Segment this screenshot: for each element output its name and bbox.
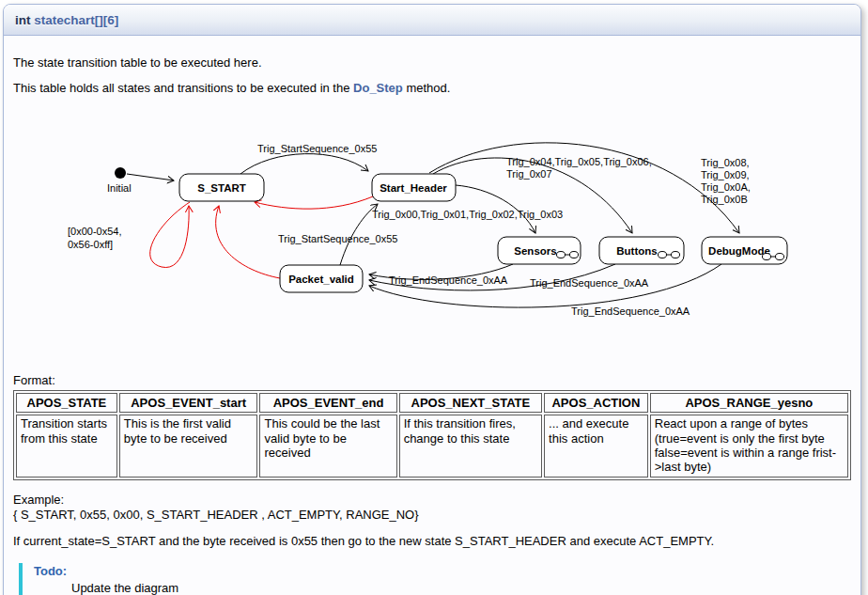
edge-start-header-to-s-start [255, 196, 373, 209]
edge-s-start-self-loop [150, 202, 190, 268]
svg-text:S_START: S_START [197, 182, 246, 194]
example-explanation: If current_state=S_START and the byte re… [13, 534, 851, 548]
svg-text:Sensors: Sensors [514, 245, 556, 257]
edge-label: Trig_0x00,Trig_0x01,Trig_0x02,Trig_0x03 [372, 209, 563, 220]
state-node-start-header: Start_Header [372, 174, 456, 201]
edge-label: Trig_StartSequence_0x55 [278, 233, 397, 244]
column-desc: React upon a range of bytes (true=event … [650, 415, 848, 477]
todo-text: Update the diagram [71, 581, 851, 595]
edge-label: Trig_EndSequence_0xAA [389, 274, 508, 286]
column-desc: Transition starts from this state [16, 415, 117, 477]
detail-text-after: method. [403, 81, 451, 95]
todo-block: Todo: Update the diagram [19, 563, 851, 595]
member-name-link[interactable]: statechart[][6] [34, 13, 118, 27]
detail-description: This table holds all states and transiti… [13, 81, 851, 95]
detail-text-before: This table holds all states and transiti… [13, 81, 353, 95]
initial-state-dot [115, 167, 126, 179]
member-documentation: int statechart[][6] The state transition… [3, 4, 861, 595]
statechart-diagram: Initial S_START Start_Header Sensors [6, 117, 851, 368]
edge-label: Trig_0x09, [701, 169, 750, 180]
brief-description: The state transition table to be execute… [13, 55, 851, 70]
edge-label: Trig_EndSequence_0xAA [530, 277, 649, 289]
column-header: APOS_STATE [16, 393, 117, 413]
edge-label: Trig_StartSequence_0x55 [257, 143, 377, 154]
format-table-header-row: APOS_STATE APOS_EVENT_start APOS_EVENT_e… [16, 393, 848, 413]
edge-label: [0x00-0x54, [68, 226, 121, 237]
edge-label: Trig_0x0A, [701, 181, 751, 193]
state-node-buttons: Buttons [599, 237, 684, 264]
column-desc: If this transition fires, change to this… [399, 415, 542, 477]
example-block: Example: { S_START, 0x55, 0x00, S_START_… [13, 493, 851, 524]
state-node-s-start: S_START [179, 174, 264, 201]
svg-text:DebugMode: DebugMode [708, 245, 770, 257]
column-header: APOS_EVENT_start [119, 393, 258, 413]
do-step-link[interactable]: Do_Step [353, 81, 403, 95]
format-label: Format: [13, 373, 851, 387]
edge-label: Trig_0x08, [701, 157, 750, 168]
member-title-bar: int statechart[][6] [4, 5, 860, 36]
state-node-sensors: Sensors [498, 237, 581, 264]
format-table-desc-row: Transition starts from this state This i… [16, 415, 848, 477]
member-type: int [15, 13, 34, 27]
svg-text:Buttons: Buttons [616, 245, 657, 257]
edge-initial-to-s-start [127, 174, 174, 180]
todo-label: Todo: [34, 564, 851, 578]
format-table: APOS_STATE APOS_EVENT_start APOS_EVENT_e… [13, 390, 851, 480]
edge-label: Trig_EndSequence_0xAA [571, 305, 690, 317]
example-code: { S_START, 0x55, 0x00, S_START_HEADER , … [13, 508, 851, 523]
edge-label: Trig_0x0B [701, 194, 748, 205]
svg-text:Start_Header: Start_Header [380, 182, 447, 194]
edge-s-start-to-start-header [240, 154, 368, 174]
column-header: APOS_EVENT_end [259, 393, 396, 413]
initial-state-label: Initial [107, 182, 132, 194]
state-node-packet-valid: Packet_valid [280, 265, 363, 292]
column-header: APOS_RANGE_yesno [650, 393, 848, 413]
statechart-svg: Initial S_START Start_Header Sensors [6, 117, 861, 368]
column-header: APOS_NEXT_STATE [399, 393, 542, 413]
column-desc: This is the first valid byte to be recei… [119, 415, 258, 477]
edge-label: Trig_0x07 [506, 168, 552, 180]
state-node-debugmode: DebugMode [702, 237, 787, 264]
column-desc: This could be the last valid byte to be … [259, 415, 396, 477]
edge-label: Trig_0x04,Trig_0x05,Trig_0x06, [506, 156, 652, 167]
example-label: Example: [13, 493, 851, 508]
svg-text:Packet_valid: Packet_valid [288, 274, 354, 285]
member-doc-body: The state transition table to be execute… [4, 36, 860, 595]
column-header: APOS_ACTION [544, 393, 648, 413]
edge-packet-valid-to-s-start [216, 206, 280, 278]
column-desc: ... and execute this action [544, 415, 648, 477]
edge-label: 0x56-0xff] [68, 239, 113, 250]
